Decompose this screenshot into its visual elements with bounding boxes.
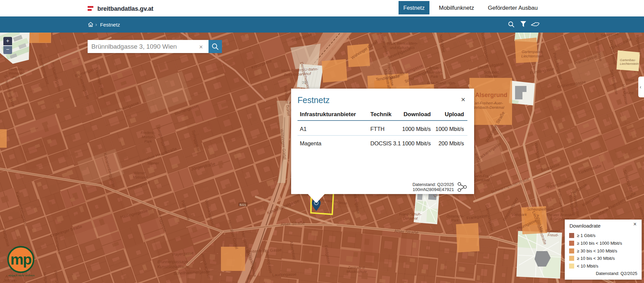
svg-text:Park: Park — [144, 139, 152, 143]
svg-text:Brunnenpassage: Brunnenpassage — [157, 260, 188, 264]
svg-text:Weinreb-: Weinreb- — [9, 71, 24, 75]
svg-text:mp: mp — [10, 251, 32, 268]
svg-text:Morton-: Morton- — [142, 135, 154, 139]
svg-text:Wiener: Wiener — [147, 161, 159, 165]
svg-text:B221: B221 — [240, 203, 246, 206]
svg-text:-Denkmal: -Denkmal — [473, 178, 490, 182]
svg-text:Park: Park — [430, 75, 438, 79]
svg-text:Park: Park — [451, 218, 459, 222]
svg-text:Gartenpalais: Gartenpalais — [522, 50, 543, 54]
svg-text:WUK Werkstätten-: WUK Werkstätten- — [387, 41, 418, 45]
svg-text:Hermine-: Hermine- — [8, 67, 24, 71]
svg-text:Ostarrichi-: Ostarrichi- — [447, 214, 464, 218]
svg-text:Wiener: Wiener — [134, 171, 146, 175]
svg-text:Frederic-: Frederic- — [141, 131, 155, 135]
svg-text:-Welsbach-Denkmal: -Welsbach-Denkmal — [471, 105, 504, 109]
svg-text:Park: Park — [12, 75, 20, 79]
svg-text:Theater: Theater — [485, 74, 498, 78]
svg-text:Alsergrund: Alsergrund — [475, 92, 507, 98]
svg-text:Grüne: Grüne — [624, 91, 634, 95]
svg-text:Gartenbau-: Gartenbau- — [620, 58, 636, 62]
svg-text:Schubert: Schubert — [484, 70, 499, 74]
svg-text:Schauspielhaus: Schauspielhaus — [527, 207, 553, 211]
svg-text:Musikschule: Musikschule — [347, 270, 367, 274]
svg-text:Elsa-Brandström-: Elsa-Brandström- — [427, 81, 456, 85]
svg-text:Laudongasse: Laudongasse — [272, 272, 297, 278]
svg-text:Liechtenstein: Liechtenstein — [620, 62, 639, 65]
svg-text:Votivpark: Votivpark — [511, 213, 527, 217]
svg-text:Zentrale d.: Zentrale d. — [348, 266, 366, 270]
svg-text:Liechtenstein: Liechtenstein — [521, 54, 543, 58]
svg-text:Metropol: Metropol — [133, 175, 147, 179]
svg-text:Theater Bronski: Theater Bronski — [546, 213, 572, 217]
svg-text:KunstSozialRaum: KunstSozialRaum — [157, 265, 189, 269]
svg-text:Denkmal: Denkmal — [403, 216, 418, 220]
svg-text:einfach mehr wohnen: einfach mehr wohnen — [8, 274, 35, 277]
svg-text:Karl-Freiherr-Auer-: Karl-Freiherr-Auer- — [472, 101, 503, 105]
svg-text:Mose: Mose — [626, 78, 635, 82]
svg-text:Sigmund-: Sigmund- — [545, 229, 561, 233]
svg-text:Freud-: Freud- — [548, 233, 559, 237]
svg-text:Franz-Schuh-: Franz-Schuh- — [399, 212, 422, 216]
